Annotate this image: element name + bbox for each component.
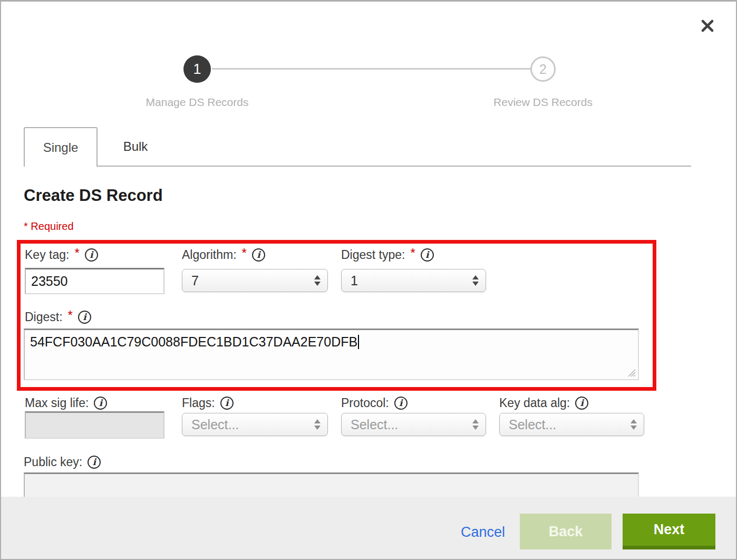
select-arrows-icon	[631, 419, 637, 430]
info-icon[interactable]: i	[94, 397, 107, 410]
max-sig-life-input	[25, 411, 164, 439]
digest-type-label: Digest type: * i	[341, 247, 434, 263]
key-data-alg-select[interactable]: Select...	[499, 413, 644, 436]
key-tag-label-text: Key tag:	[25, 248, 69, 262]
tab-single[interactable]: Single	[24, 127, 98, 167]
resize-grip-icon[interactable]	[627, 369, 636, 378]
select-arrows-icon	[472, 419, 479, 430]
required-asterisk: *	[74, 246, 79, 260]
next-button[interactable]: Next	[623, 514, 715, 549]
flags-select-value: Select...	[191, 417, 239, 432]
required-asterisk: *	[410, 246, 415, 260]
select-arrows-icon	[472, 275, 479, 286]
max-sig-life-label: Max sig life: i	[25, 395, 107, 411]
required-asterisk: *	[242, 246, 247, 260]
algorithm-select[interactable]: 7	[182, 269, 328, 292]
step-1-circle: 1	[183, 55, 211, 83]
key-data-alg-label: Key data alg: i	[499, 395, 588, 411]
info-icon[interactable]: i	[88, 456, 101, 469]
info-icon[interactable]: i	[421, 248, 434, 262]
digest-label-text: Digest:	[25, 310, 63, 324]
info-icon[interactable]: i	[78, 311, 91, 324]
algorithm-label-text: Algorithm:	[182, 248, 237, 262]
close-icon	[701, 19, 714, 33]
step-2-circle: 2	[530, 56, 556, 82]
cancel-link[interactable]: Cancel	[461, 524, 505, 540]
footer-bar: Cancel Back Next	[1, 497, 736, 560]
select-arrows-icon	[314, 275, 321, 286]
digest-label: Digest: * i	[25, 309, 91, 325]
info-icon[interactable]: i	[252, 248, 265, 262]
info-icon[interactable]: i	[220, 397, 234, 410]
digest-value: 54FCF030AA1C79C0088FDEC1BD1C37DAA2E70DFB	[30, 334, 357, 349]
tab-bulk[interactable]: Bulk	[99, 128, 172, 165]
select-arrows-icon	[314, 419, 321, 430]
algorithm-select-value: 7	[191, 273, 199, 288]
protocol-select[interactable]: Select...	[341, 413, 486, 436]
algorithm-label: Algorithm: * i	[182, 247, 265, 263]
back-button: Back	[520, 514, 612, 549]
flags-label-text: Flags:	[182, 396, 215, 410]
flags-select[interactable]: Select...	[182, 413, 328, 436]
close-button[interactable]	[697, 15, 718, 36]
required-note: * Required	[24, 220, 74, 233]
stepper-connector-line	[212, 68, 531, 70]
info-icon[interactable]: i	[85, 248, 98, 262]
step-1-label: Manage DS Records	[113, 96, 282, 109]
info-icon[interactable]: i	[394, 397, 408, 410]
page-title: Create DS Record	[24, 186, 163, 205]
digest-type-select-value: 1	[351, 273, 358, 288]
protocol-label: Protocol: i	[341, 395, 408, 411]
public-key-label-text: Public key:	[24, 455, 82, 469]
protocol-label-text: Protocol:	[341, 396, 389, 410]
required-asterisk: *	[68, 308, 73, 323]
flags-label: Flags: i	[182, 395, 234, 411]
key-tag-label: Key tag: * i	[25, 247, 98, 263]
text-caret	[358, 335, 359, 349]
digest-type-select[interactable]: 1	[341, 269, 486, 292]
key-data-alg-label-text: Key data alg:	[499, 396, 570, 410]
public-key-label: Public key: i	[24, 454, 101, 470]
key-tag-input[interactable]	[25, 268, 164, 294]
max-sig-life-label-text: Max sig life:	[25, 396, 89, 410]
info-icon[interactable]: i	[575, 397, 588, 410]
tabs-underline	[98, 166, 691, 167]
key-data-alg-select-value: Select...	[509, 417, 556, 432]
digest-type-label-text: Digest type:	[341, 248, 405, 262]
create-ds-record-modal: 1 2 Manage DS Records Review DS Records …	[0, 0, 737, 560]
step-2-label: Review DS Records	[459, 96, 627, 109]
digest-textarea[interactable]: 54FCF030AA1C79C0088FDEC1BD1C37DAA2E70DFB	[24, 329, 639, 380]
protocol-select-value: Select...	[351, 417, 398, 432]
